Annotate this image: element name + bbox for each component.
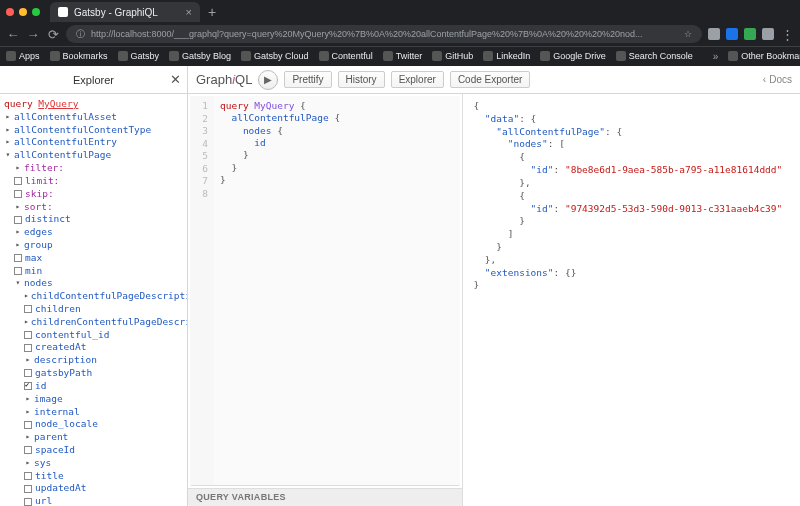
tree-field[interactable]: ▸childrenContentfulPageDescriptionTextNo… [4,316,183,329]
docs-toggle[interactable]: Docs [763,74,792,85]
tree-field[interactable]: ▸internal [4,406,183,419]
tree-item[interactable]: ▸allContentfulEntry [4,136,183,149]
extension-icons [708,28,774,40]
tree-field[interactable]: createdAt [4,341,183,354]
bookmarks-apps[interactable]: Apps [6,51,40,61]
tree-item-expanded[interactable]: ▾allContentfulPage [4,149,183,162]
tree-field[interactable]: ▸image [4,393,183,406]
extension-icon[interactable] [708,28,720,40]
checkbox-checked-icon[interactable] [24,382,32,390]
tree-field[interactable]: distinct [4,213,183,226]
back-button[interactable]: ← [6,27,20,42]
new-tab-button[interactable]: + [200,5,224,19]
tree-field[interactable]: children [4,303,183,316]
toolbar: GraphiQL ▶ Prettify History Explorer Cod… [188,66,800,94]
tab-close-icon[interactable]: × [186,6,192,18]
browser-tab[interactable]: Gatsby - GraphiQL × [50,2,200,22]
url-text: http://localhost:8000/___graphql?query=q… [91,29,678,39]
tab-title: Gatsby - GraphiQL [74,7,180,18]
tree-field[interactable]: id [4,380,183,393]
site-info-icon[interactable]: ⓘ [76,28,85,41]
bookmark-item[interactable]: Google Drive [540,51,606,61]
bookmarks-overflow-icon[interactable]: » [713,51,719,62]
checkbox-icon[interactable] [24,305,32,313]
tree-field[interactable]: min [4,265,183,278]
tree-arg[interactable]: ▸sort: [4,201,183,214]
maximize-window-icon[interactable] [32,8,40,16]
checkbox-icon[interactable] [14,190,22,198]
profile-icon[interactable]: ⋮ [780,27,794,42]
bookmark-item[interactable]: Gatsby Cloud [241,51,309,61]
extension-icon[interactable] [726,28,738,40]
bookmark-item[interactable]: Bookmarks [50,51,108,61]
tree-item[interactable]: ▸allContentfulContentType [4,124,183,137]
checkbox-icon[interactable] [24,369,32,377]
tree-field[interactable]: ▸sys [4,457,183,470]
checkbox-icon[interactable] [24,498,32,506]
chevron-right-icon: ▸ [4,125,12,136]
checkbox-icon[interactable] [24,331,32,339]
execute-query-button[interactable]: ▶ [258,70,278,90]
query-code[interactable]: query MyQuery { allContentfulPage { node… [214,96,346,485]
tree-field[interactable]: title [4,470,183,483]
tree-field[interactable]: node_locale [4,418,183,431]
tree-field[interactable]: ▸parent [4,431,183,444]
tree-field[interactable]: ▸edges [4,226,183,239]
other-bookmarks[interactable]: Other Bookmarks [728,51,800,61]
tree-field[interactable]: updatedAt [4,482,183,495]
extension-icon[interactable] [744,28,756,40]
chevron-right-icon: ▸ [14,227,22,238]
checkbox-icon[interactable] [24,472,32,480]
bookmark-item[interactable]: Search Console [616,51,693,61]
history-button[interactable]: History [338,71,385,88]
tree-arg[interactable]: skip: [4,188,183,201]
checkbox-icon[interactable] [14,216,22,224]
forward-button[interactable]: → [26,27,40,42]
tree-field[interactable]: max [4,252,183,265]
bookmark-item[interactable]: Gatsby Blog [169,51,231,61]
explorer-close-icon[interactable]: ✕ [170,72,181,87]
tree-arg[interactable]: limit: [4,175,183,188]
site-icon [540,51,550,61]
tree-field[interactable]: url [4,495,183,506]
prettify-button[interactable]: Prettify [284,71,331,88]
checkbox-icon[interactable] [14,177,22,185]
explorer-header: Explorer ✕ [0,66,187,94]
bookmark-item[interactable]: Gatsby [118,51,160,61]
bookmark-item[interactable]: Twitter [383,51,423,61]
tree-field[interactable]: spaceId [4,444,183,457]
close-window-icon[interactable] [6,8,14,16]
chevron-right-icon: ▸ [24,394,32,405]
checkbox-icon[interactable] [24,344,32,352]
bookmark-item[interactable]: GitHub [432,51,473,61]
bookmark-item[interactable]: Contentful [319,51,373,61]
tree-field[interactable]: ▸childContentfulPageDescriptionTextNode [4,290,183,303]
tree-field[interactable]: gatsbyPath [4,367,183,380]
explorer-button[interactable]: Explorer [391,71,444,88]
tree-item-expanded[interactable]: ▾nodes [4,277,183,290]
result-viewer[interactable]: { "data": { "allContentfulPage": { "node… [463,94,800,506]
tree-field[interactable]: ▸description [4,354,183,367]
explorer-tree[interactable]: query MyQuery ▸allContentfulAsset ▸allCo… [0,94,187,506]
address-bar[interactable]: ⓘ http://localhost:8000/___graphql?query… [66,25,702,43]
extension-icon[interactable] [762,28,774,40]
tree-item[interactable]: ▸allContentfulAsset [4,111,183,124]
checkbox-icon[interactable] [24,485,32,493]
reload-button[interactable]: ⟳ [46,27,60,42]
checkbox-icon[interactable] [24,421,32,429]
query-editor[interactable]: 12345678 query MyQuery { allContentfulPa… [190,96,460,486]
tree-arg[interactable]: ▸filter: [4,162,183,175]
star-icon[interactable]: ☆ [684,29,692,39]
checkbox-icon[interactable] [14,267,22,275]
tree-field[interactable]: ▸group [4,239,183,252]
minimize-window-icon[interactable] [19,8,27,16]
code-exporter-button[interactable]: Code Exporter [450,71,530,88]
chevron-right-icon: ▸ [14,240,22,251]
tree-field[interactable]: contentful_id [4,329,183,342]
query-name-row[interactable]: query MyQuery [4,98,183,111]
checkbox-icon[interactable] [24,446,32,454]
bookmark-item[interactable]: LinkedIn [483,51,530,61]
query-variables-header[interactable]: QUERY VARIABLES [188,488,462,506]
checkbox-icon[interactable] [14,254,22,262]
chevron-right-icon: ▸ [14,202,22,213]
